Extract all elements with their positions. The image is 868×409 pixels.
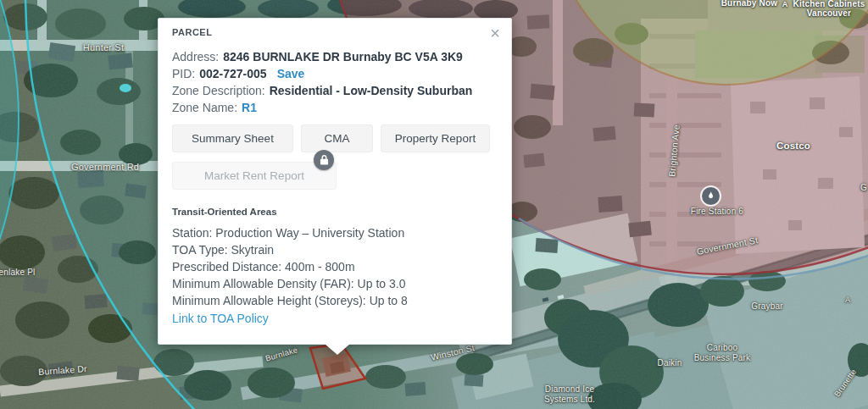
map-app-screen: Hunter StGovernment Rdenlake PlBurnlake … — [0, 0, 868, 409]
save-link[interactable]: Save — [277, 67, 305, 80]
close-icon[interactable]: × — [490, 25, 500, 41]
address-label: Address: — [172, 50, 219, 64]
address-value: 8246 BURNLAKE DR Burnaby BC V5A 3K9 — [223, 50, 463, 64]
popup-title: PARCEL — [172, 27, 498, 37]
zone-name-label: Zone Name: — [172, 101, 237, 114]
zone-description-value: Residential - Low-Density Suburban — [270, 84, 473, 97]
zone-name-row: Zone Name:R1 — [172, 99, 498, 116]
toa-height-line: Minimum Allowable Height (Storeys): Up t… — [172, 292, 498, 309]
toa-section: Station: Production Way – University Sta… — [172, 224, 498, 327]
cma-button[interactable]: CMA — [301, 124, 373, 152]
toa-heading: Transit-Oriented Areas — [172, 207, 498, 217]
fire-station-icon — [702, 187, 720, 205]
pid-label: PID: — [172, 67, 195, 80]
report-buttons: Summary Sheet CMA Property Report — [172, 124, 498, 152]
toa-density-line: Minimum Allowable Density (FAR): Up to 3… — [172, 275, 498, 292]
summary-sheet-button[interactable]: Summary Sheet — [172, 124, 293, 152]
pid-row: PID:002-727-005Save — [172, 65, 498, 82]
property-report-button[interactable]: Property Report — [381, 124, 490, 152]
toa-type-line: TOA Type: Skytrain — [172, 241, 498, 258]
zone-description-label: Zone Description: — [172, 84, 265, 97]
toa-station-line: Station: Production Way – University Sta… — [172, 224, 498, 241]
address-row: Address:8246 BURNLAKE DR Burnaby BC V5A … — [172, 48, 498, 65]
market-rent-report-label: Market Rent Report — [204, 169, 304, 182]
zone-name-link[interactable]: R1 — [242, 101, 257, 114]
market-rent-report-button[interactable]: Market Rent Report — [172, 162, 337, 190]
pid-value: 002-727-005 — [199, 67, 266, 80]
parcel-popup: PARCEL × Address:8246 BURNLAKE DR Burnab… — [158, 18, 512, 345]
toa-policy-link[interactable]: Link to TOA Policy — [172, 310, 269, 327]
zone-description-row: Zone Description:Residential - Low-Densi… — [172, 82, 498, 99]
toa-distance-line: Prescribed Distance: 400m - 800m — [172, 258, 498, 275]
parcel-fields: Address:8246 BURNLAKE DR Burnaby BC V5A … — [172, 48, 498, 116]
lock-icon — [314, 150, 334, 170]
